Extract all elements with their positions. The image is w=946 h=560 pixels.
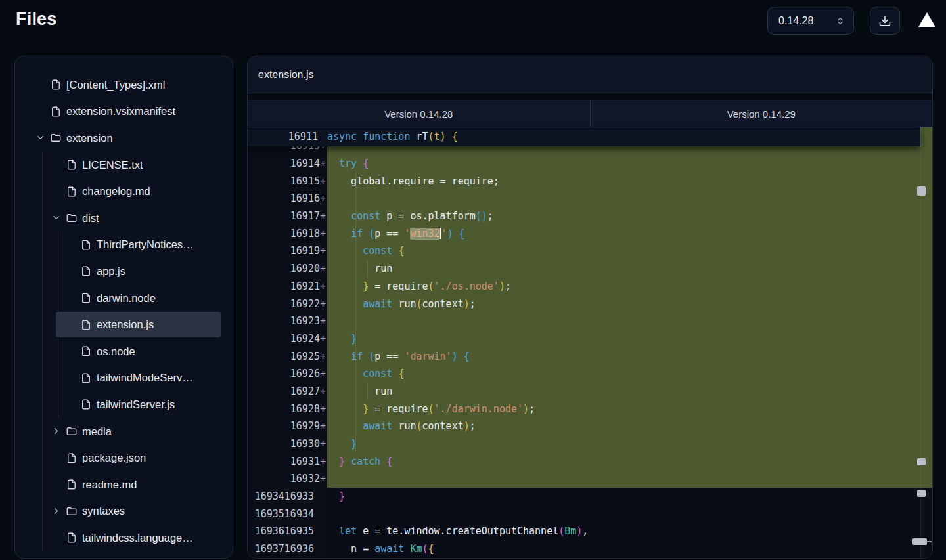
code-content: run bbox=[327, 260, 932, 278]
tree-item-thirdpartynotices-[interactable]: ThirdPartyNotices… bbox=[15, 232, 233, 259]
line-numbers: 16927+ bbox=[248, 383, 327, 400]
diff-line: 16923+ bbox=[248, 312, 932, 330]
horizontal-scrollbar-thumb[interactable] bbox=[912, 538, 927, 545]
tree-item-extension.js[interactable]: extension.js bbox=[15, 311, 233, 338]
chevron-right-icon[interactable] bbox=[51, 506, 62, 517]
diff-line: 16927+ run bbox=[248, 383, 932, 400]
tree-item-syntaxes[interactable]: syntaxes bbox=[15, 498, 233, 525]
tree-item-label: tailwindcss.language… bbox=[82, 532, 193, 544]
tree-item-media[interactable]: media bbox=[15, 418, 233, 445]
code-token: n = bbox=[327, 543, 374, 555]
tree-item-tailwindmodeserv-[interactable]: tailwindModeServ… bbox=[15, 365, 233, 392]
diff-line: 16929+ await run(context); bbox=[248, 418, 932, 435]
diff-line: 16922+ await run(context); bbox=[248, 295, 932, 313]
code-content: if (p == 'darwin') { bbox=[327, 348, 932, 366]
code-content bbox=[327, 312, 932, 330]
code-content: let e = te.window.createOutputChannel(Bm… bbox=[327, 523, 932, 540]
scroll-marker[interactable] bbox=[917, 490, 926, 497]
tree-item-app.js[interactable]: app.js bbox=[15, 258, 233, 285]
code-content bbox=[327, 190, 932, 207]
file-tab-bar: extension.js bbox=[248, 56, 932, 93]
tree-item-package.json[interactable]: package.json bbox=[15, 444, 233, 471]
code-token: ( bbox=[422, 543, 428, 555]
tree-item-label: package.json bbox=[82, 452, 146, 464]
diff-line: 16915+ global.require = require; bbox=[248, 173, 932, 190]
tree-item-darwin.node[interactable]: darwin.node bbox=[15, 285, 233, 312]
add-strip bbox=[920, 127, 932, 155]
line-numbers: 16922+ bbox=[248, 295, 327, 313]
code-token: const bbox=[351, 210, 386, 222]
code-token: if bbox=[351, 351, 369, 362]
tree-item-extension.vsixmanifest[interactable]: extension.vsixmanifest bbox=[15, 98, 233, 125]
code-token: ( bbox=[428, 403, 434, 415]
code-token: } bbox=[339, 490, 345, 502]
code-token: { bbox=[363, 158, 369, 169]
code-token bbox=[327, 456, 339, 467]
code-token: } bbox=[363, 280, 369, 292]
diff-panel: extension.js Version 0.14.28 Version 0.1… bbox=[247, 56, 933, 559]
line-numbers: 1693616935 bbox=[248, 523, 327, 540]
line-numbers: 16925+ bbox=[248, 348, 327, 366]
vertical-scrollbar-thumb[interactable] bbox=[917, 186, 926, 196]
file-tree-panel: [Content_Types].xmlextension.vsixmanifes… bbox=[14, 56, 233, 559]
tree-item-label: os.node bbox=[97, 345, 135, 358]
tree-item-dist[interactable]: dist bbox=[15, 205, 233, 232]
line-numbers: 16926+ bbox=[248, 365, 327, 383]
line-numbers: 16930+ bbox=[248, 435, 327, 453]
code-token bbox=[327, 280, 363, 292]
code-token: run bbox=[398, 298, 416, 310]
code-token: run bbox=[327, 385, 392, 397]
scroll-marker[interactable] bbox=[917, 458, 926, 465]
tree-item-extension[interactable]: extension bbox=[15, 125, 233, 152]
download-icon bbox=[878, 14, 891, 28]
code-indent-guide bbox=[355, 295, 356, 313]
line-numbers: 1693716936 bbox=[248, 540, 327, 558]
code-indent-guide bbox=[355, 278, 356, 295]
code-token: context bbox=[422, 298, 464, 310]
tree-item-tailwindserver.js[interactable]: tailwindServer.js bbox=[15, 391, 233, 418]
diff-line: 1693616935 let e = te.window.createOutpu… bbox=[248, 523, 932, 540]
code-token: ( bbox=[416, 420, 422, 432]
tree-item-readme.md[interactable]: readme.md bbox=[15, 471, 233, 498]
version-header-row: Version 0.14.28 Version 0.14.29 bbox=[248, 100, 932, 127]
code-token: await bbox=[374, 543, 410, 555]
code-token: ) bbox=[464, 420, 470, 432]
version-select[interactable]: 0.14.28 bbox=[767, 7, 854, 35]
line-numbers: 16911 bbox=[248, 127, 327, 146]
file-icon bbox=[80, 372, 92, 384]
code-content: const { bbox=[327, 242, 932, 260]
tree-item-tailwindcss.language-[interactable]: tailwindcss.language… bbox=[15, 525, 233, 551]
diff-code: 16911async function rT(t) {16913+16914+ … bbox=[248, 127, 932, 558]
code-indent-guide bbox=[355, 435, 356, 453]
code-token: run bbox=[398, 420, 416, 432]
code-token: await bbox=[363, 420, 398, 432]
line-numbers: 16929+ bbox=[248, 418, 327, 435]
code-token: Bm bbox=[564, 525, 576, 537]
code-token: './os.node' bbox=[434, 280, 499, 292]
download-button[interactable] bbox=[870, 7, 900, 35]
code-indent-guide bbox=[355, 225, 356, 243]
file-icon bbox=[80, 319, 92, 331]
diff-line: 1693416933 } bbox=[248, 488, 932, 506]
code-token: ; bbox=[529, 403, 535, 415]
code-token: p == bbox=[374, 351, 404, 362]
tree-item-license.txt[interactable]: LICENSE.txt bbox=[15, 152, 233, 179]
tree-item--content-types-.xml[interactable]: [Content_Types].xml bbox=[15, 72, 233, 98]
folder-icon bbox=[66, 212, 78, 224]
open-file-tab[interactable]: extension.js bbox=[258, 69, 314, 81]
code-token: ) bbox=[523, 403, 529, 415]
tree-item-changelog.md[interactable]: changelog.md bbox=[15, 178, 233, 205]
chevron-right-icon[interactable] bbox=[51, 426, 62, 437]
code-content: } = require('./darwin.node'); bbox=[327, 400, 932, 418]
code-indent-guide bbox=[355, 383, 356, 400]
code-content: const { bbox=[327, 365, 932, 383]
code-token: 'darwin' bbox=[404, 351, 451, 362]
code-token: ( bbox=[416, 298, 422, 310]
chevron-down-icon[interactable] bbox=[51, 213, 62, 223]
code-token: ) bbox=[576, 525, 582, 537]
tree-item-os.node[interactable]: os.node bbox=[15, 338, 233, 365]
chevron-down-icon[interactable] bbox=[35, 133, 46, 143]
code-indent-guide bbox=[355, 400, 356, 418]
diff-line: 16932+ bbox=[248, 470, 932, 488]
code-token: ( bbox=[369, 228, 374, 240]
